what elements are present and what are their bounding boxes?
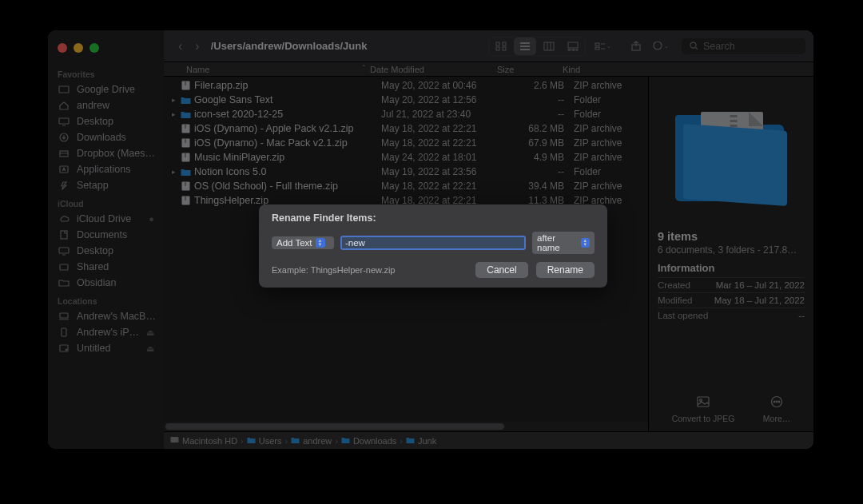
folder-icon [180, 168, 191, 177]
table-row[interactable]: ▸Notion Icons 5.0May 19, 2022 at 23:56--… [164, 165, 648, 179]
sidebar-item-label: Shared [77, 261, 109, 272]
table-row[interactable]: ▸Google Sans TextMay 20, 2022 at 12:56--… [164, 93, 648, 107]
sidebar-item-label: Documents [77, 229, 127, 240]
shared-icon [58, 261, 70, 272]
rename-button[interactable]: Rename [536, 262, 595, 278]
chevron-right-icon: › [400, 436, 403, 446]
page-title: /Users/andrew/Downloads/Junk [211, 40, 368, 52]
sidebar-section-icloud: iCloud [58, 199, 154, 208]
gallery-view-button[interactable] [562, 38, 584, 55]
sidebar-item-icloud-drive[interactable]: iCloud Drive● [54, 211, 157, 227]
file-kind: ZIP archive [574, 152, 640, 163]
icon-view-button[interactable] [490, 38, 512, 55]
sidebar-item-desktop[interactable]: Desktop [54, 243, 157, 259]
file-size: 68.2 MB [508, 123, 574, 134]
svg-rect-41 [185, 125, 186, 129]
chevron-right-icon: › [241, 436, 244, 446]
rename-dialog: Rename Finder Items: Add Text ▲▼ -new af… [259, 204, 607, 288]
svg-point-53 [774, 401, 775, 403]
sidebar-item-label: Andrew's iP… [77, 327, 139, 338]
sidebar: Favorites Google DriveandrewDesktopDownl… [48, 30, 164, 449]
pathbar-item[interactable]: Junk [406, 436, 436, 446]
column-view-button[interactable] [538, 38, 560, 55]
pathbar-label: andrew [303, 436, 332, 446]
minimize-button[interactable] [74, 43, 83, 53]
sidebar-item-untitled[interactable]: Untitled⏏ [54, 340, 157, 356]
svg-rect-28 [572, 50, 575, 50]
sidebar-item-label: Desktop [77, 116, 113, 127]
file-size: 39.4 MB [508, 181, 574, 192]
convert-jpeg-button[interactable]: Convert to JPEG [672, 393, 735, 423]
cancel-button[interactable]: Cancel [475, 262, 527, 278]
disclosure-triangle[interactable]: ▸ [172, 168, 180, 176]
file-kind: ZIP archive [574, 80, 640, 91]
svg-rect-17 [503, 42, 506, 46]
sidebar-item-dropbox-maes-[interactable]: Dropbox (Maes… [54, 145, 157, 161]
svg-rect-19 [503, 47, 506, 50]
rename-mode-dropdown[interactable]: Add Text ▲▼ [272, 236, 334, 249]
disclosure-triangle[interactable]: ▸ [172, 96, 180, 104]
pathbar-label: Users [259, 436, 282, 446]
file-size: -- [508, 109, 574, 120]
table-row[interactable]: ▸iOS (Dynamo) - Apple Pack v2.1.zipMay 1… [164, 121, 648, 136]
table-row[interactable]: ▸iOS (Dynamo) - Mac Pack v2.1.zipMay 18,… [164, 136, 648, 150]
table-row[interactable]: ▸icon-set 2020-12-25Jul 21, 2022 at 23:4… [164, 107, 648, 121]
eject-icon[interactable]: ⏏ [146, 343, 154, 354]
sidebar-item-desktop[interactable]: Desktop [54, 113, 157, 129]
pathbar-item[interactable]: Macintosh HD [170, 436, 237, 446]
file-date: May 20, 2022 at 12:56 [381, 94, 508, 105]
sidebar-item-setapp[interactable]: Setapp [54, 177, 157, 193]
sidebar-item-shared[interactable]: Shared [54, 259, 157, 275]
more-button[interactable]: More… [763, 393, 790, 423]
table-row[interactable]: ▸OS (Old School) - Full theme.zipMay 18,… [164, 179, 648, 193]
rename-position-dropdown[interactable]: after name ▲▼ [532, 232, 595, 254]
sidebar-item-andrew[interactable]: andrew [54, 97, 157, 113]
close-button[interactable] [58, 43, 67, 53]
svg-rect-45 [185, 153, 186, 157]
tags-button[interactable]: ⌄ [649, 38, 671, 55]
sidebar-item-applications[interactable]: Applications [54, 161, 157, 177]
sidebar-item-downloads[interactable]: Downloads [54, 129, 157, 145]
svg-point-35 [654, 42, 662, 50]
pathbar-label: Macintosh HD [182, 436, 237, 446]
image-icon [694, 393, 712, 411]
chevron-right-icon: › [284, 436, 288, 446]
table-row[interactable]: ▸Music MiniPlayer.zipMay 24, 2022 at 18:… [164, 150, 648, 165]
pathbar-item[interactable]: andrew [291, 436, 332, 446]
preview-subtitle: 6 documents, 3 folders - 217.8… [658, 244, 805, 256]
column-kind[interactable]: Kind [563, 65, 805, 74]
table-row[interactable]: ▸Filer.app.zipMay 20, 2022 at 00:462.6 M… [164, 78, 648, 93]
back-button[interactable]: ‹ [172, 39, 189, 54]
sidebar-item-obsidian[interactable]: Obsidian [54, 275, 157, 291]
icloud-icon [58, 213, 70, 224]
cloud-icon [58, 84, 70, 95]
sidebar-item-label: Applications [77, 164, 130, 175]
zip-icon [180, 81, 191, 90]
column-size[interactable]: Size [497, 65, 563, 74]
forward-button[interactable]: › [189, 39, 205, 54]
share-button[interactable] [625, 38, 647, 55]
svg-rect-7 [61, 231, 67, 239]
list-view-button[interactable] [514, 38, 536, 55]
disclosure-triangle[interactable]: ▸ [172, 110, 180, 118]
maximize-button[interactable] [89, 43, 99, 53]
search-field[interactable]: Search [682, 38, 805, 54]
sidebar-item-andrew-s-macb-[interactable]: Andrew's MacB… [54, 308, 157, 324]
rename-text-input[interactable]: -new [340, 236, 526, 250]
horizontal-scrollbar[interactable] [164, 422, 648, 431]
pathbar-item[interactable]: Users [247, 436, 282, 446]
column-name[interactable]: Nameˆ [172, 65, 370, 74]
svg-rect-43 [185, 139, 186, 143]
svg-rect-13 [62, 328, 66, 336]
preview-opened-row: Last opened-- [658, 308, 805, 323]
sidebar-item-documents[interactable]: Documents [54, 227, 157, 243]
sidebar-item-google-drive[interactable]: Google Drive [54, 81, 157, 97]
pathbar-item[interactable]: Downloads [341, 436, 396, 446]
column-date[interactable]: Date Modified [370, 65, 497, 74]
pathbar-label: Downloads [353, 436, 396, 446]
sidebar-item-andrew-s-ip-[interactable]: Andrew's iP…⏏ [54, 324, 157, 340]
file-date: May 18, 2022 at 22:21 [381, 181, 508, 192]
file-kind: ZIP archive [574, 181, 640, 192]
eject-icon[interactable]: ⏏ [146, 327, 154, 338]
group-menu[interactable]: ⌄ [591, 38, 614, 55]
